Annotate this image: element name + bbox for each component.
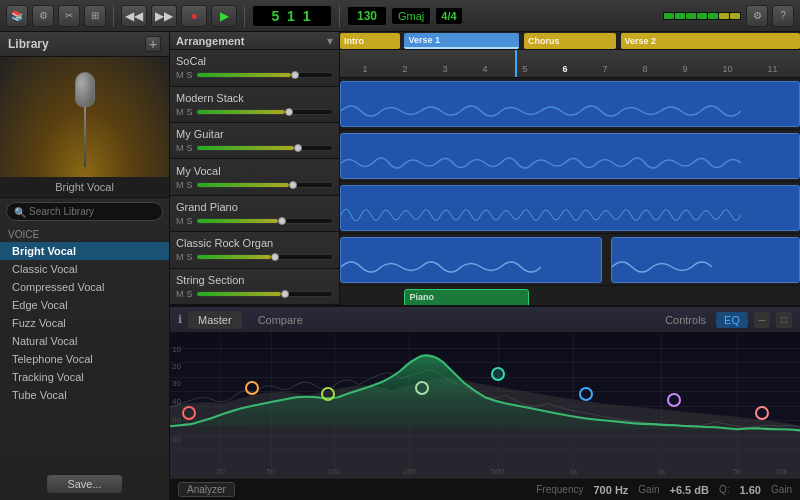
eq-tab-eq[interactable]: EQ (716, 312, 748, 328)
tracks-area: Arrangement ▾ SoCal M S (170, 32, 800, 305)
eq-tab-controls[interactable]: Controls (657, 312, 714, 328)
playhead[interactable] (515, 50, 517, 77)
bpm-display[interactable]: 130 (347, 6, 387, 26)
fader-piano[interactable] (196, 218, 333, 224)
track-clip-vocal2[interactable] (611, 237, 800, 283)
forward-button[interactable]: ▶▶ (151, 5, 177, 27)
track-clip-guitar[interactable] (340, 185, 800, 231)
track-name-strings: String Section (176, 274, 333, 286)
voice-item-classic[interactable]: Classic Vocal (0, 260, 169, 278)
timeline-scroll: Intro Verse 1 Chorus Verse 2 (340, 32, 800, 305)
voice-item-fuzz[interactable]: Fuzz Vocal (0, 314, 169, 332)
eq-expand-btn[interactable]: □ (776, 312, 792, 328)
solo-icon[interactable]: S (187, 107, 193, 117)
section-bar: Intro Verse 1 Chorus Verse 2 (340, 32, 800, 50)
track-name-modern: Modern Stack (176, 92, 333, 104)
eq-handle-3[interactable] (321, 387, 335, 401)
eq-handle-5[interactable] (491, 367, 505, 381)
voice-item-telephone[interactable]: Telephone Vocal (0, 350, 169, 368)
fader-guitar[interactable] (196, 145, 333, 151)
library-icon[interactable]: 📚 (6, 5, 28, 27)
meter-bar (675, 13, 685, 19)
sep1 (113, 5, 114, 27)
record-button[interactable]: ● (181, 5, 207, 27)
tracks-content: Piano (340, 78, 800, 305)
track-clip-modern[interactable] (340, 133, 800, 179)
voice-item-tube[interactable]: Tube Vocal (0, 386, 169, 404)
eq-frequency-value: 700 Hz (593, 484, 628, 496)
analyzer-button[interactable]: Analyzer (178, 482, 235, 497)
solo-icon[interactable]: S (187, 180, 193, 190)
ruler-mark-4: 4 (482, 64, 487, 74)
ruler-mark-2: 2 (402, 64, 407, 74)
ruler-mark-1: 1 (362, 64, 367, 74)
voice-item-tracking[interactable]: Tracking Vocal (0, 368, 169, 386)
eq-handle-6[interactable] (579, 387, 593, 401)
track-clip-socal[interactable] (340, 81, 800, 127)
section-intro[interactable]: Intro (340, 33, 400, 49)
collapse-icon[interactable]: ▾ (327, 34, 333, 48)
main-layout: Library + Bright Vocal 🔍 Voice Bright Vo… (0, 32, 800, 500)
mute-icon[interactable]: M (176, 252, 184, 262)
voice-item-bright[interactable]: Bright Vocal (0, 242, 169, 260)
solo-icon[interactable]: S (187, 252, 193, 262)
solo-icon[interactable]: S (187, 70, 193, 80)
sidebar-title: Library (8, 37, 49, 51)
fader-vocal[interactable] (196, 182, 333, 188)
help-icon[interactable]: ? (772, 5, 794, 27)
eq-tab-master[interactable]: Master (188, 311, 242, 329)
eq-handle-7[interactable] (667, 393, 681, 407)
track-clip-vocal1[interactable] (340, 237, 602, 283)
key-display[interactable]: Gmaj (391, 7, 431, 25)
eq-graph[interactable]: 10 20 30 40 50 60 20 50 100 200 500 1k 2… (170, 333, 800, 478)
voice-item-edge[interactable]: Edge Vocal (0, 296, 169, 314)
mic-head (75, 72, 95, 107)
eq-footer: Analyzer Frequency 700 Hz Gain +6.5 dB Q… (170, 478, 800, 500)
editor-icon[interactable]: ✂ (58, 5, 80, 27)
track-clip-piano[interactable]: Piano (404, 289, 528, 305)
section-verse1[interactable]: Verse 1 (404, 33, 519, 49)
instrument-preview (0, 57, 169, 177)
search-input[interactable] (6, 202, 163, 221)
solo-icon[interactable]: S (187, 289, 193, 299)
fader-strings[interactable] (196, 291, 333, 297)
section-verse1-label: Verse 1 (408, 35, 440, 45)
mute-icon[interactable]: M (176, 143, 184, 153)
settings-icon[interactable]: ⚙ (746, 5, 768, 27)
eq-gain-label: Gain (638, 484, 659, 495)
eq-minimize-btn[interactable]: ─ (754, 312, 770, 328)
track-controls-organ: M S (176, 252, 333, 262)
mute-icon[interactable]: M (176, 180, 184, 190)
time-display: 5 1 1 (252, 5, 332, 27)
mute-icon[interactable]: M (176, 289, 184, 299)
voice-item-natural[interactable]: Natural Vocal (0, 332, 169, 350)
ruler-mark-5: 5 (522, 64, 527, 74)
section-verse2[interactable]: Verse 2 (621, 33, 800, 49)
play-button[interactable]: ▶ (211, 5, 237, 27)
mute-icon[interactable]: M (176, 70, 184, 80)
section-chorus[interactable]: Chorus (524, 33, 616, 49)
add-button[interactable]: + (145, 36, 161, 52)
eq-panel: ℹ Master Compare Controls EQ ─ □ (170, 305, 800, 500)
mute-icon[interactable]: M (176, 216, 184, 226)
solo-icon[interactable]: S (187, 216, 193, 226)
solo-icon[interactable]: S (187, 143, 193, 153)
eq-handle-2[interactable] (245, 381, 259, 395)
eq-handle-1[interactable] (182, 406, 196, 420)
eq-handle-8[interactable] (755, 406, 769, 420)
time-sig-display[interactable]: 4/4 (435, 7, 462, 25)
waveform-modern (341, 148, 741, 178)
fader-organ[interactable] (196, 254, 333, 260)
eq-handle-4[interactable] (415, 381, 429, 395)
fader-socal[interactable] (196, 72, 333, 78)
eq-tab-compare[interactable]: Compare (248, 311, 313, 329)
voice-item-compressed[interactable]: Compressed Vocal (0, 278, 169, 296)
fader-modern[interactable] (196, 109, 333, 115)
save-button[interactable]: Save... (46, 474, 122, 494)
mute-icon[interactable]: M (176, 107, 184, 117)
smart-controls-icon[interactable]: ⚙ (32, 5, 54, 27)
track-controls-modern: M S (176, 107, 333, 117)
eq-body: 10 20 30 40 50 60 20 50 100 200 500 1k 2… (170, 333, 800, 478)
rewind-button[interactable]: ◀◀ (121, 5, 147, 27)
mixer-icon[interactable]: ⊞ (84, 5, 106, 27)
